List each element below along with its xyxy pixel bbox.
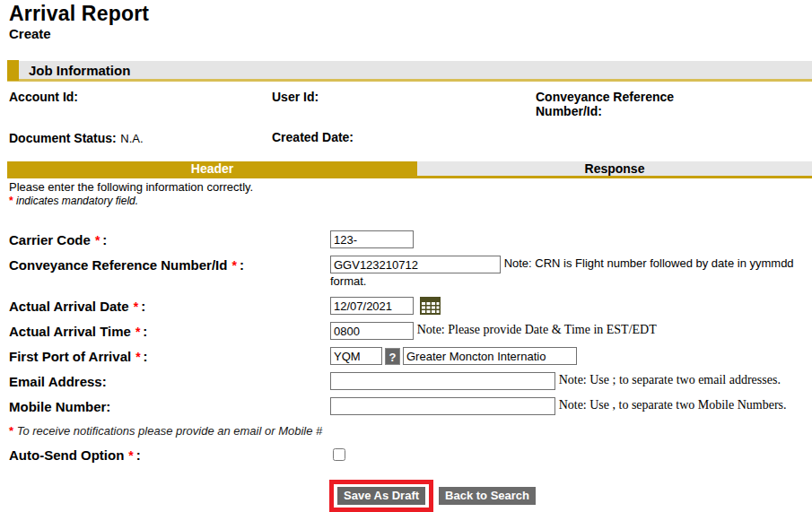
first-port-control: ?	[330, 347, 812, 365]
conveyance-reference-row: Conveyance Reference Number/Id*: Note: C…	[9, 256, 812, 289]
created-date-label: Created Date:	[272, 130, 536, 146]
email-label: Email Address:	[9, 372, 330, 391]
conveyance-reference-control: Note: CRN is Flight number followed by d…	[330, 256, 812, 289]
auto-send-checkbox[interactable]	[333, 448, 345, 461]
port-lookup-help-button[interactable]: ?	[385, 348, 400, 365]
page-subtitle: Create	[9, 26, 812, 42]
email-note: Note: Use ; to separate two email addres…	[559, 373, 781, 386]
calendar-icon[interactable]	[420, 297, 441, 315]
required-asterisk: *	[135, 325, 140, 339]
tab-response[interactable]: Response	[417, 161, 812, 178]
first-port-name-input[interactable]	[403, 347, 577, 365]
label-colon: :	[102, 232, 107, 247]
carrier-code-label-text: Carrier Code	[9, 232, 91, 247]
arrival-time-label: Actual Arrival Time*:	[9, 322, 330, 341]
mobile-label: Mobile Number:	[9, 397, 330, 416]
carrier-code-row: Carrier Code*:	[9, 230, 812, 249]
tab-header[interactable]: Header	[7, 161, 417, 178]
arrival-time-control: Note: Please provide Date & Time in EST/…	[330, 322, 812, 340]
gold-accent-square	[7, 60, 19, 81]
auto-send-control	[330, 446, 812, 464]
form-buttons: Save As Draft Back to Search	[329, 480, 812, 512]
arrival-date-row: Actual Arrival Date*:	[9, 297, 812, 316]
auto-send-row: Auto-Send Option*:	[9, 446, 812, 464]
label-colon: :	[102, 374, 107, 389]
conveyance-reference-input[interactable]	[330, 256, 501, 273]
arrival-report-page: Arrival Report Create Job Information Ac…	[0, 0, 812, 512]
conveyance-reference-label: Conveyance Reference Number/Id:	[536, 90, 711, 118]
required-asterisk: *	[95, 233, 100, 247]
tab-bar: Header Response	[7, 161, 812, 178]
mandatory-field-note: * indicates mandatory field.	[9, 195, 812, 208]
auto-send-label: Auto-Send Option*:	[9, 446, 330, 464]
page-title: Arrival Report	[9, 2, 812, 26]
save-as-draft-button[interactable]: Save As Draft	[337, 487, 425, 505]
job-information-grid: Account Id: User Id: Conveyance Referenc…	[9, 82, 812, 157]
notification-note-text: To receive notifications please provide …	[17, 424, 323, 438]
label-colon: :	[136, 447, 141, 463]
arrival-time-input[interactable]	[330, 322, 414, 340]
arrival-date-label: Actual Arrival Date*:	[9, 297, 330, 316]
mobile-note: Note: Use , to separate two Mobile Numbe…	[559, 398, 787, 412]
mobile-label-text: Mobile Number	[9, 399, 106, 414]
label-colon: :	[143, 324, 147, 339]
job-information-title: Job Information	[29, 63, 130, 78]
required-asterisk: *	[135, 350, 140, 364]
carrier-code-input[interactable]	[330, 230, 414, 248]
back-to-search-button[interactable]: Back to Search	[439, 487, 536, 505]
mandatory-note-text: indicates mandatory field.	[16, 195, 138, 207]
label-colon: :	[240, 257, 244, 273]
conveyance-reference-label-text: Conveyance Reference Number/Id	[9, 257, 227, 273]
label-colon: :	[144, 349, 148, 364]
arrival-time-label-text: Actual Arrival Time	[9, 324, 131, 339]
email-control: Note: Use ; to separate two email addres…	[330, 372, 812, 390]
carrier-code-control	[330, 230, 812, 248]
required-asterisk: *	[134, 299, 138, 314]
notification-note-asterisk: *	[9, 424, 13, 438]
mobile-control: Note: Use , to separate two Mobile Numbe…	[330, 397, 812, 415]
mobile-row: Mobile Number: Note: Use , to separate t…	[9, 397, 812, 416]
first-port-label: First Port of Arrival*:	[9, 347, 330, 366]
arrival-date-label-text: Actual Arrival Date	[9, 299, 129, 314]
document-status-label: Document Status:	[9, 131, 117, 145]
document-status-value: N.A.	[120, 132, 143, 145]
instructions-text: Please enter the following information c…	[9, 180, 812, 195]
mandatory-asterisk: *	[9, 195, 13, 207]
arrival-date-control	[330, 297, 812, 315]
first-port-label-text: First Port of Arrival	[9, 349, 131, 364]
document-status-field: Document Status: N.A.	[9, 130, 272, 146]
arrival-time-row: Actual Arrival Time*: Note: Please provi…	[9, 322, 812, 341]
email-label-text: Email Address	[9, 374, 102, 389]
job-information-section-header: Job Information	[7, 61, 812, 82]
job-grid-spacer	[536, 130, 812, 146]
arrival-time-note: Note: Please provide Date & Time in EST/…	[417, 323, 657, 336]
save-as-draft-highlight: Save As Draft	[329, 480, 433, 512]
auto-send-label-text: Auto-Send Option	[9, 447, 124, 463]
required-asterisk: *	[128, 448, 133, 463]
label-colon: :	[106, 399, 110, 414]
account-id-label: Account Id:	[9, 90, 272, 118]
label-colon: :	[141, 299, 145, 314]
carrier-code-label: Carrier Code*:	[9, 230, 330, 249]
first-port-code-input[interactable]	[330, 347, 382, 365]
arrival-report-form: Carrier Code*: Conveyance Reference Numb…	[9, 230, 812, 512]
first-port-row: First Port of Arrival*: ?	[9, 347, 812, 366]
email-row: Email Address: Note: Use ; to separate t…	[9, 372, 812, 391]
mobile-input[interactable]	[330, 397, 555, 415]
required-asterisk: *	[231, 258, 236, 273]
notification-requirement-note: * To receive notifications please provid…	[9, 425, 334, 438]
user-id-label: User Id:	[272, 90, 536, 118]
email-input[interactable]	[330, 372, 555, 390]
arrival-date-input[interactable]	[330, 297, 414, 315]
conveyance-reference-field-label: Conveyance Reference Number/Id*:	[9, 256, 330, 274]
